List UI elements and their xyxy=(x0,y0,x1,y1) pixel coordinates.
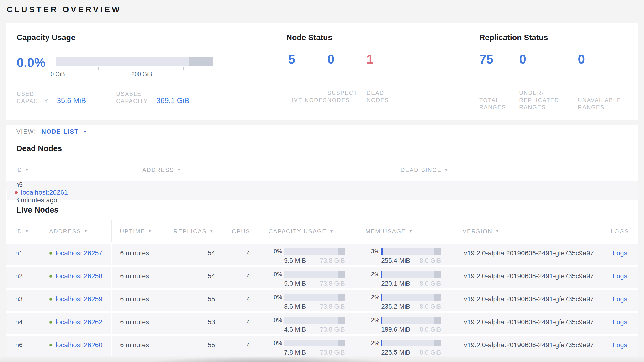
cpus-cell: 4 xyxy=(224,267,261,288)
live-header-version[interactable]: VERSION ▼ xyxy=(454,221,602,242)
mem-used-value: 199.6 MiB xyxy=(381,326,410,333)
logs-link[interactable]: Logs xyxy=(613,249,627,257)
mem-used-value: 255.4 MiB xyxy=(381,257,410,264)
unavailable-ranges-label: UNAVAILABLE RANGES xyxy=(578,97,638,111)
table-row: n1 localhost:26257 6 minutes 54 4 0% 9.6… xyxy=(6,244,638,265)
node-id-cell: n2 xyxy=(6,267,41,288)
dead-header-id[interactable]: ID ▼ xyxy=(6,159,134,181)
chevron-down-icon[interactable]: ▼ xyxy=(83,129,87,134)
live-node-status-dot xyxy=(50,298,52,301)
live-header-logs: LOGS xyxy=(602,221,638,242)
capacity-bar-block: 0 GiB 200 GiB xyxy=(56,57,213,76)
node-status-panel: Node Status 5 0 1 LIVE NODES SUSPECT NOD… xyxy=(280,23,473,120)
mem-percent: 2% xyxy=(357,270,381,278)
live-header-id[interactable]: ID ▼ xyxy=(6,221,41,242)
node-address-link[interactable]: localhost:26261 xyxy=(21,189,68,196)
bottom-shadow xyxy=(0,356,644,362)
dead-since-cell: 3 minutes ago xyxy=(6,196,638,204)
dead-node-status-dot xyxy=(15,191,18,194)
live-header-address[interactable]: ADDRESS ▼ xyxy=(41,221,112,242)
axis-tick xyxy=(98,67,99,70)
capacity-total-value: 73.8 GiB xyxy=(320,326,345,333)
cpus-cell: 4 xyxy=(224,244,261,265)
node-address-link[interactable]: localhost:26259 xyxy=(56,295,102,303)
logs-cell: Logs xyxy=(602,313,638,334)
under-replicated-ranges-label: UNDER-REPLICATED RANGES xyxy=(519,89,578,111)
view-selector-dropdown[interactable]: NODE LIST xyxy=(42,128,79,135)
node-address-link[interactable]: localhost:26260 xyxy=(56,341,102,349)
used-capacity-stat: USED CAPACITY 35.6 MiB xyxy=(17,90,116,105)
bar-dark-segment xyxy=(338,248,345,255)
mem-used-value: 225.5 MiB xyxy=(381,349,410,356)
capacity-percent: 0% xyxy=(261,270,284,278)
mem-total-value: 8.0 GiB xyxy=(420,280,441,287)
capacity-usage-cell: 0% 4.6 MiB73.8 GiB xyxy=(261,313,356,334)
node-address-cell: localhost:26261 xyxy=(6,189,638,196)
total-ranges-label: TOTAL RANGES xyxy=(479,97,519,111)
bar-dark-segment xyxy=(338,294,345,301)
sort-desc-icon: ▼ xyxy=(330,229,334,234)
table-row: n3 localhost:26259 6 minutes 55 4 0% 8.6… xyxy=(6,290,638,311)
node-id-cell: n3 xyxy=(6,290,41,311)
capacity-axis: 0 GiB 200 GiB xyxy=(56,66,213,76)
logs-link[interactable]: Logs xyxy=(613,295,627,303)
live-node-status-dot xyxy=(50,252,52,255)
capacity-used-value: 7.8 MiB xyxy=(284,349,306,356)
bar-fill xyxy=(381,248,383,255)
live-nodes-heading: Live Nodes xyxy=(16,205,638,215)
live-header-uptime[interactable]: UPTIME ▼ xyxy=(112,221,165,242)
axis-tick xyxy=(141,67,141,70)
dead-header-dead-since[interactable]: DEAD SINCE ▼ xyxy=(392,159,638,181)
capacity-gauge: 0.0% 0 GiB 200 GiB xyxy=(17,53,280,76)
logs-link[interactable]: Logs xyxy=(613,272,627,280)
bar-dark-segment xyxy=(338,271,345,278)
node-address-link[interactable]: localhost:26257 xyxy=(56,249,102,257)
node-id-cell: n1 xyxy=(6,244,41,265)
version-cell: v19.2.0-alpha.20190606-2491-gfe735c9a97 xyxy=(454,313,602,334)
node-address-link[interactable]: localhost:26262 xyxy=(56,318,102,326)
sort-desc-icon: ▼ xyxy=(148,229,152,234)
sort-desc-icon: ▼ xyxy=(177,168,182,172)
node-id-cell: n6 xyxy=(6,336,41,356)
capacity-bar xyxy=(56,57,213,66)
node-status-labels: LIVE NODES SUSPECT NODES DEAD NODES xyxy=(288,89,473,104)
capacity-used-value: 4.6 MiB xyxy=(284,326,306,333)
live-header-cpus: CPUS xyxy=(224,221,261,242)
bar-dark-segment xyxy=(434,294,441,301)
live-header-replicas[interactable]: REPLICAS ▼ xyxy=(165,221,224,242)
bar-dark-segment xyxy=(434,271,441,278)
sort-desc-icon: ▼ xyxy=(25,168,29,172)
mem-used-value: 235.2 MiB xyxy=(381,303,410,310)
node-address-link[interactable]: localhost:26258 xyxy=(56,272,102,280)
capacity-percent: 0% xyxy=(261,248,284,255)
axis-label-mid: 200 GiB xyxy=(132,71,152,77)
dead-nodes-count: 1 xyxy=(367,53,374,66)
cpus-cell: 4 xyxy=(224,336,261,356)
version-cell: v19.2.0-alpha.20190606-2491-gfe735c9a97 xyxy=(454,244,602,265)
capacity-percent: 0.0% xyxy=(17,56,56,76)
live-node-status-dot xyxy=(50,275,52,278)
mem-usage-bar xyxy=(381,248,441,255)
logs-link[interactable]: Logs xyxy=(613,341,627,349)
node-status-title: Node Status xyxy=(286,33,473,42)
capacity-bar-dark-segment xyxy=(189,57,213,66)
suspect-nodes-count: 0 xyxy=(328,53,367,66)
dead-header-address[interactable]: ADDRESS ▼ xyxy=(134,159,392,181)
bar-dark-segment xyxy=(434,248,441,255)
live-header-capacity-usage[interactable]: CAPACITY USAGE ▼ xyxy=(261,221,356,242)
capacity-percent: 0% xyxy=(261,316,284,324)
logs-cell: Logs xyxy=(602,336,638,356)
sort-desc-icon: ▼ xyxy=(84,229,88,234)
live-node-status-dot xyxy=(50,321,52,323)
mem-used-value: 220.1 MiB xyxy=(381,280,410,287)
live-header-mem-usage[interactable]: MEM USAGE ▼ xyxy=(356,221,454,242)
capacity-used-value: 5.0 MiB xyxy=(284,280,306,287)
capacity-used-value: 8.6 MiB xyxy=(284,303,306,310)
logs-link[interactable]: Logs xyxy=(613,318,627,326)
capacity-used-value: 9.6 MiB xyxy=(284,257,306,264)
mem-usage-cell: 2% 225.5 MiB8.0 GiB xyxy=(356,336,454,356)
replicas-cell: 55 xyxy=(165,290,224,311)
mem-usage-bar xyxy=(381,271,441,278)
version-cell: v19.2.0-alpha.20190606-2491-gfe735c9a97 xyxy=(454,267,602,288)
capacity-percent: 0% xyxy=(261,293,284,301)
